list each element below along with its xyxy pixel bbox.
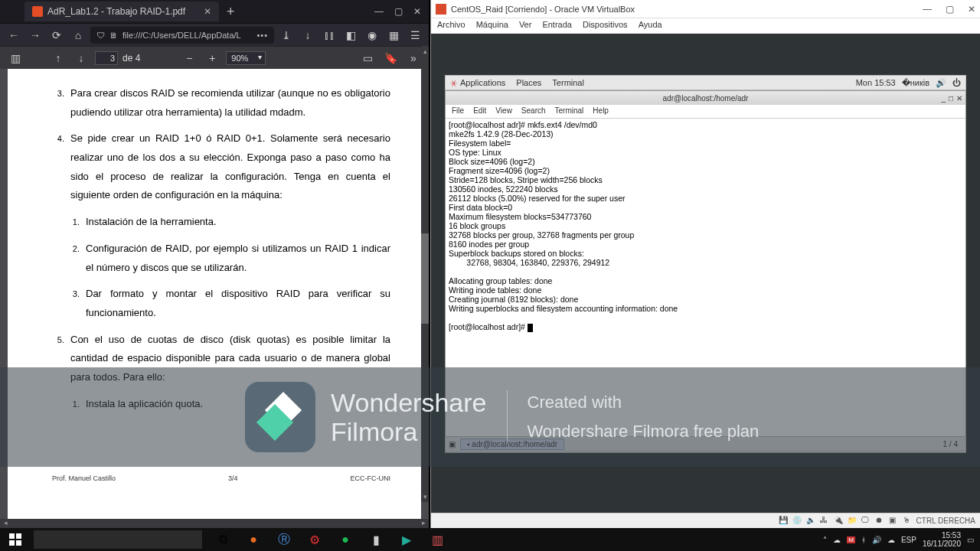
nav-back-icon[interactable]: ←	[5, 26, 23, 44]
network-icon[interactable]: �ників	[902, 78, 929, 88]
activities-icon[interactable]: ⚹	[450, 78, 457, 88]
pdf-scrollbar-vertical[interactable]: ▴ ▾	[421, 46, 429, 502]
term-close-icon[interactable]: ✕	[956, 94, 962, 103]
scroll-down-icon[interactable]: ▾	[421, 491, 429, 502]
vb-cpu-icon[interactable]: ▣	[889, 516, 900, 527]
pdf-bookmark-icon[interactable]: 🔖	[381, 49, 400, 67]
tray-bluetooth-icon[interactable]: ᚼ	[861, 536, 866, 544]
tray-onedrive-icon[interactable]: ☁	[833, 536, 841, 544]
pdf-sidebar-toggle-icon[interactable]: ▥	[6, 49, 24, 67]
window-minimize-icon[interactable]: —	[374, 6, 384, 17]
menu-terminal[interactable]: Terminal	[552, 78, 584, 87]
vb-mouse-icon[interactable]: 🖱	[903, 516, 913, 527]
pdf-page-down-icon[interactable]: ↓	[72, 49, 90, 67]
firefox-titlebar[interactable]: AdR_Lab1.2 - Trabajo RAID-1.pdf ✕ + — ▢ …	[0, 0, 429, 23]
library-icon[interactable]: ⫿⫿	[320, 26, 338, 44]
term-menu-terminal[interactable]: Terminal	[555, 106, 584, 116]
tray-language[interactable]: ESP	[901, 536, 916, 544]
taskbar-app[interactable]: ●	[239, 528, 268, 551]
vb-hdd-icon[interactable]: 💾	[779, 516, 789, 527]
tab-close-icon[interactable]: ✕	[204, 6, 211, 17]
taskbar-app[interactable]: ▶	[392, 528, 421, 551]
sidebar-icon[interactable]: ◧	[341, 26, 360, 44]
vb-optical-icon[interactable]: 💿	[792, 516, 803, 527]
term-menu-file[interactable]: File	[452, 106, 464, 116]
tray-volume-icon[interactable]: 🔊	[872, 536, 881, 544]
pdf-zoom-out-icon[interactable]: −	[180, 49, 198, 67]
vb-audio-icon[interactable]: 🔈	[806, 516, 817, 527]
url-bar[interactable]: 🛡 🗎 file:///C:/Users/DELL/AppData/L •••	[90, 27, 274, 44]
hamburger-menu-icon[interactable]: ☰	[406, 26, 424, 44]
nav-reload-icon[interactable]: ⟳	[47, 26, 66, 44]
vm-display[interactable]: ⚹ Applications Places Terminal Mon 15:53…	[431, 34, 980, 513]
show-desktop-icon[interactable]: ▣	[449, 440, 456, 448]
vb-menu-ver[interactable]: Ver	[519, 20, 532, 31]
volume-icon[interactable]: 🔊	[936, 78, 946, 88]
scroll-thumb[interactable]	[421, 233, 429, 324]
pdf-page-up-icon[interactable]: ↑	[49, 49, 67, 67]
nav-home-icon[interactable]: ⌂	[69, 26, 87, 44]
terminal-output[interactable]: [root@localhost adr]# mkfs.ext4 /dev/md0…	[446, 119, 965, 452]
taskbar-search[interactable]	[34, 530, 202, 549]
vb-close-icon[interactable]: ✕	[968, 4, 975, 15]
task-view-icon[interactable]: ⧉	[208, 528, 237, 551]
vb-menu-ayuda[interactable]: Ayuda	[639, 20, 662, 31]
vb-recording-icon[interactable]: ⏺	[875, 516, 886, 527]
term-maximize-icon[interactable]: □	[949, 94, 953, 103]
virtualbox-titlebar[interactable]: CentOS_Raid [Corriendo] - Oracle VM Virt…	[431, 0, 980, 18]
term-menu-search[interactable]: Search	[521, 106, 546, 116]
page-actions-icon[interactable]: •••	[256, 31, 268, 40]
pdf-viewport[interactable]: 3.Para crear discos RAID se recomienda u…	[0, 69, 429, 528]
pdf-page-input[interactable]	[95, 51, 118, 65]
downloads-icon[interactable]: ↓	[299, 26, 317, 44]
extensions-icon[interactable]: ▦	[384, 26, 403, 44]
start-button[interactable]	[0, 528, 31, 551]
menu-applications[interactable]: Applications	[460, 78, 505, 87]
pdf-zoom-select[interactable]: 90%	[226, 51, 266, 65]
vb-menu-entrada[interactable]: Entrada	[542, 20, 572, 31]
scroll-up-icon[interactable]: ▴	[421, 46, 429, 57]
window-maximize-icon[interactable]: ▢	[394, 6, 403, 17]
vb-menu-archivo[interactable]: Archivo	[437, 20, 466, 31]
vb-menu-dispositivos[interactable]: Dispositivos	[583, 20, 628, 31]
terminal-titlebar[interactable]: adr@localhost:/home/adr _ □ ✕	[446, 91, 965, 105]
vb-minimize-icon[interactable]: —	[923, 4, 932, 15]
pdf-zoom-in-icon[interactable]: +	[203, 49, 221, 67]
vb-usb-icon[interactable]: 🔌	[834, 516, 844, 527]
term-menu-help[interactable]: Help	[593, 106, 609, 116]
tray-chevron-up-icon[interactable]: ˄	[823, 536, 827, 544]
scroll-left-icon[interactable]: ◂	[0, 519, 11, 528]
vb-display-icon[interactable]: 🖵	[861, 516, 872, 527]
tray-notifications-icon[interactable]: ▭	[967, 536, 974, 544]
taskbar-terminal-icon[interactable]: ▮	[361, 528, 390, 551]
term-menu-edit[interactable]: Edit	[473, 106, 486, 116]
account-icon[interactable]: ◉	[363, 26, 381, 44]
browser-tab[interactable]: AdR_Lab1.2 - Trabajo RAID-1.pdf ✕	[24, 2, 219, 21]
pdf-presentation-icon[interactable]: ▭	[358, 49, 377, 67]
vb-maximize-icon[interactable]: ▢	[946, 4, 954, 15]
vb-network-icon[interactable]: 🖧	[820, 516, 831, 527]
scroll-right-icon[interactable]: ▸	[418, 519, 429, 528]
pdf-tools-icon[interactable]: »	[404, 49, 423, 67]
tray-clock[interactable]: 15:53 16/11/2020	[923, 531, 961, 548]
taskbar-app[interactable]: ⚙	[300, 528, 329, 551]
taskbar-app[interactable]: Ⓡ	[270, 528, 299, 551]
tray-gmail-icon[interactable]: M	[847, 536, 855, 543]
term-minimize-icon[interactable]: _	[941, 94, 946, 103]
taskbar-app[interactable]: ▥	[423, 528, 452, 551]
save-to-pocket-icon[interactable]: ⤓	[277, 26, 296, 44]
gnome-clock[interactable]: Mon 15:53	[856, 78, 896, 87]
taskbar-terminal-item[interactable]: ▪ adr@localhost:/home/adr	[460, 439, 564, 450]
taskbar-spotify-icon[interactable]: ●	[331, 528, 360, 551]
window-close-icon[interactable]: ✕	[413, 6, 421, 17]
new-tab-button[interactable]: +	[227, 4, 235, 20]
vb-shared-folder-icon[interactable]: 📁	[848, 516, 858, 527]
vb-menu-maquina[interactable]: Máquina	[476, 20, 508, 31]
menu-places[interactable]: Places	[516, 78, 541, 87]
power-icon[interactable]: ⏻	[952, 78, 961, 87]
term-menu-view[interactable]: View	[495, 106, 512, 116]
nav-forward-icon[interactable]: →	[26, 26, 44, 44]
pdf-scrollbar-horizontal[interactable]: ◂ ▸	[0, 519, 429, 528]
workspace-indicator[interactable]: 1 / 4	[939, 440, 962, 448]
tray-cloud-icon[interactable]: ☁	[887, 536, 895, 544]
